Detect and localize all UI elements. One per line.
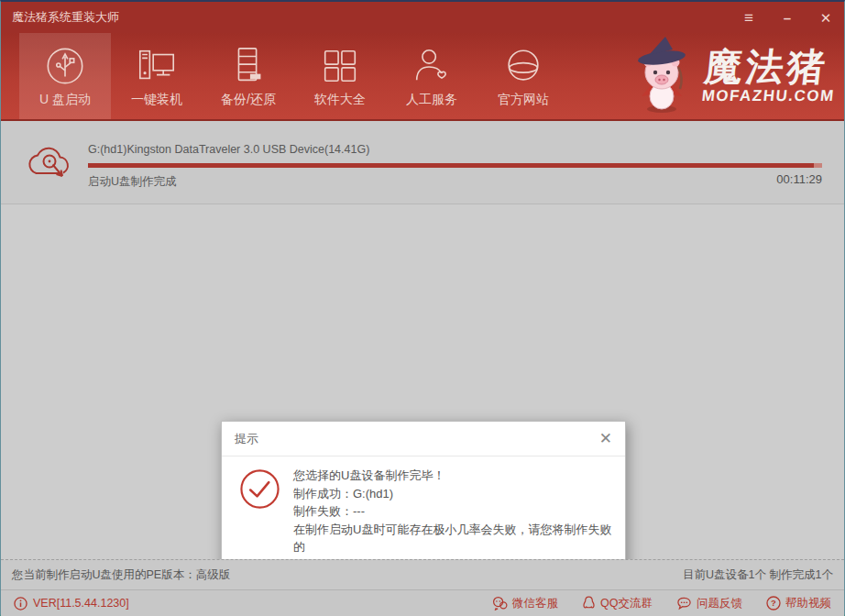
window-controls: ≡ – ✕ bbox=[741, 10, 833, 26]
nav-item-label: 备份/还原 bbox=[221, 92, 276, 108]
info-icon bbox=[14, 597, 27, 610]
status-bar: 您当前制作启动U盘使用的PE版本：高级版 目前U盘设备1个 制作完成1个 bbox=[1, 559, 844, 589]
device-label: G:(hd1)Kingston DataTraveler 3.0 USB Dev… bbox=[88, 143, 369, 156]
brand-name: 魔法猪 bbox=[703, 49, 840, 86]
brand-text: 魔法猪 MOFAZHU.COM bbox=[701, 49, 840, 104]
main-nav: U 盘启动 一键装机 备份/还原 bbox=[1, 33, 844, 121]
footer-link-label: 问题反馈 bbox=[697, 596, 742, 611]
nav-item-backup-restore[interactable]: 备份/还原 bbox=[203, 33, 294, 119]
feedback-bubble-icon bbox=[676, 596, 692, 610]
dialog-line: 您选择的U盘设备制作完毕！ bbox=[293, 467, 612, 485]
globe-icon bbox=[502, 45, 544, 87]
footer-link-label: QQ交流群 bbox=[600, 596, 653, 611]
progress-status: 启动U盘制作完成 bbox=[88, 174, 177, 190]
qq-icon bbox=[582, 596, 596, 610]
nav-item-label: 软件大全 bbox=[314, 92, 366, 108]
qq-group-link[interactable]: QQ交流群 bbox=[582, 596, 653, 611]
nav-item-official-website[interactable]: 官方网站 bbox=[477, 33, 569, 119]
computer-icon bbox=[136, 45, 178, 87]
title-bar: 魔法猪系统重装大师 ≡ – ✕ bbox=[1, 2, 844, 33]
footer-link-label: 帮助视频 bbox=[785, 596, 831, 611]
apps-grid-icon bbox=[319, 45, 361, 87]
svg-text:?: ? bbox=[771, 598, 776, 608]
bottom-bar: VER[11.5.44.1230] 微信客服 bbox=[1, 589, 844, 616]
dialog-title: 提示 bbox=[235, 431, 258, 447]
progress-bar-fill bbox=[88, 163, 822, 168]
nav-item-software-collection[interactable]: 软件大全 bbox=[294, 33, 386, 119]
close-window-icon[interactable]: ✕ bbox=[818, 11, 833, 25]
menu-icon[interactable]: ≡ bbox=[741, 10, 756, 26]
usb-count-label: 目前U盘设备1个 制作完成1个 bbox=[683, 567, 833, 583]
success-check-icon bbox=[238, 468, 281, 514]
help-icon: ? bbox=[766, 596, 781, 610]
dialog-line: 制作失败：--- bbox=[293, 502, 612, 521]
dialog-close-icon[interactable]: ✕ bbox=[599, 431, 612, 446]
dialog-message: 您选择的U盘设备制作完毕！ 制作成功：G:(hd1) 制作失败：--- 在制作启… bbox=[293, 467, 612, 574]
wechat-icon bbox=[492, 596, 508, 610]
version-label: VER[11.5.44.1230] bbox=[14, 597, 129, 610]
wechat-service-link[interactable]: 微信客服 bbox=[492, 596, 558, 611]
window-title: 魔法猪系统重装大师 bbox=[12, 9, 119, 26]
dialog-body: 您选择的U盘设备制作完毕！ 制作成功：G:(hd1) 制作失败：--- 在制作启… bbox=[222, 456, 625, 567]
pe-version-label: 您当前制作启动U盘使用的PE版本：高级版 bbox=[12, 567, 230, 583]
progress-bar bbox=[88, 163, 822, 168]
person-service-icon bbox=[411, 45, 453, 87]
dialog-header: 提示 ✕ bbox=[222, 422, 625, 456]
nav-item-customer-service[interactable]: 人工服务 bbox=[386, 33, 477, 119]
nav-item-one-key-install[interactable]: 一键装机 bbox=[111, 33, 203, 119]
nav-item-label: 人工服务 bbox=[406, 92, 457, 108]
pig-mascot-icon bbox=[625, 36, 700, 116]
usb-icon bbox=[44, 45, 86, 87]
nav-item-label: U 盘启动 bbox=[39, 92, 91, 108]
help-video-link[interactable]: ? 帮助视频 bbox=[766, 596, 831, 611]
brand-domain: MOFAZHU.COM bbox=[701, 88, 836, 104]
main-content: 提示 ✕ 您选择的U盘设备制作完毕！ 制作成功：G:(hd1) 制作失败：---… bbox=[1, 204, 844, 559]
dialog-line: 在制作启动U盘时可能存在极小几率会失败，请您将制作失败的 bbox=[293, 521, 612, 556]
version-text: VER[11.5.44.1230] bbox=[33, 597, 129, 610]
nav-item-label: 一键装机 bbox=[131, 92, 182, 108]
feedback-link[interactable]: 问题反馈 bbox=[676, 596, 742, 611]
app-window: 魔法猪系统重装大师 ≡ – ✕ U 盘启动 bbox=[0, 0, 845, 616]
footer-link-label: 微信客服 bbox=[512, 596, 558, 611]
usb-progress-section: G:(hd1)Kingston DataTraveler 3.0 USB Dev… bbox=[1, 121, 844, 204]
nav-item-usb-boot[interactable]: U 盘启动 bbox=[19, 33, 111, 119]
dialog-line: 制作成功：G:(hd1) bbox=[293, 485, 612, 503]
elapsed-time: 00:11:29 bbox=[776, 172, 822, 186]
minimize-icon[interactable]: – bbox=[780, 11, 795, 25]
cloud-burn-icon bbox=[21, 136, 78, 191]
brand-logo: 魔法猪 MOFAZHU.COM bbox=[625, 33, 837, 119]
nav-item-label: 官方网站 bbox=[498, 92, 549, 108]
footer-links: 微信客服 QQ交流群 问题反馈 ? bbox=[492, 596, 831, 611]
backup-server-icon bbox=[227, 45, 269, 87]
